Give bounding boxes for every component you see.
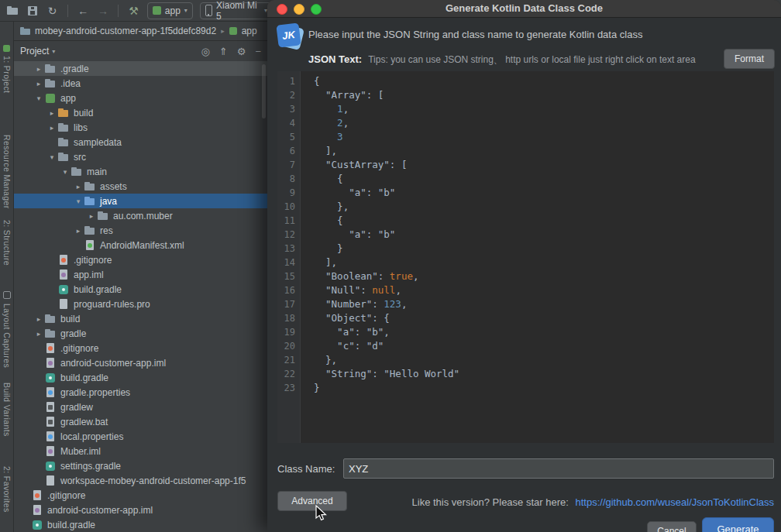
tree-item[interactable]: .gitignore — [14, 488, 267, 503]
open-folder-icon[interactable] — [6, 4, 19, 18]
format-button[interactable]: Format — [724, 49, 775, 69]
tree-item[interactable]: ▸build — [14, 105, 267, 120]
line-number: 14 — [277, 256, 300, 269]
advanced-button[interactable]: Advanced — [277, 491, 347, 511]
tree-item[interactable]: settings.gradle — [14, 458, 267, 473]
forward-icon[interactable]: → — [97, 4, 110, 18]
tree-item-label: .gitignore — [60, 343, 98, 354]
run-config-selector[interactable]: app ▾ — [147, 2, 193, 19]
device-selector[interactable]: Xiaomi Mi 5 ▾ — [200, 2, 273, 19]
navigation-bar: mobey-android-customer-app-1f5ddefc89d2 … — [14, 22, 267, 41]
toolbar-separator — [118, 5, 119, 17]
tree-item-label: gradle.properties — [60, 387, 130, 398]
tool-button-layout-captures[interactable]: Layout Captures — [2, 304, 12, 368]
tool-button-resource-manager[interactable]: Resource Manager — [2, 135, 12, 209]
save-all-icon[interactable] — [26, 4, 40, 18]
chevron-right-icon[interactable]: ▸ — [73, 183, 84, 190]
cancel-button[interactable]: Cancel — [647, 521, 697, 532]
tree-item[interactable]: build.gradle — [14, 282, 267, 297]
tree-item[interactable]: ▸res — [14, 223, 267, 238]
tree-item[interactable]: gradlew.bat — [14, 414, 267, 429]
hide-panel-icon[interactable]: − — [255, 46, 261, 57]
tree-item[interactable]: ▾java — [14, 194, 267, 208]
chevron-right-icon[interactable]: ▸ — [86, 212, 97, 220]
layout-captures-icon[interactable] — [3, 291, 11, 299]
tree-item[interactable]: gradle.properties — [14, 385, 267, 400]
tree-item[interactable]: ▾main — [14, 164, 267, 179]
tree-item-label: gradlew — [60, 402, 93, 413]
tree-item[interactable]: app.iml — [14, 267, 267, 282]
panel-title[interactable]: Project — [20, 46, 49, 57]
star-link[interactable]: https://github.com/wuseal/JsonToKotlinCl… — [575, 496, 774, 508]
tree-item[interactable]: ▸libs — [14, 120, 267, 135]
chevron-right-icon[interactable]: ▸ — [33, 80, 44, 88]
tool-button-project[interactable]: 1: Project — [2, 56, 12, 93]
tree-item[interactable]: android-customer-app.iml — [14, 503, 267, 517]
tree-item[interactable]: build.gradle — [14, 370, 267, 385]
tree-item[interactable]: proguard-rules.pro — [14, 297, 267, 311]
tree-scrollbar[interactable] — [262, 64, 266, 118]
tree-item[interactable]: build.gradle — [14, 517, 267, 532]
tree-item[interactable]: ▾src — [14, 149, 267, 164]
sync-icon[interactable]: ↻ — [46, 4, 59, 18]
tree-item[interactable]: ▸.idea — [14, 76, 267, 91]
gear-icon[interactable]: ⚙ — [237, 46, 246, 57]
build-project-icon[interactable]: ⚒ — [127, 4, 140, 18]
zoom-button[interactable] — [311, 4, 322, 15]
tree-item[interactable]: Muber.iml — [14, 444, 267, 458]
tree-item[interactable]: AndroidManifest.xml — [14, 238, 267, 252]
code-line: 1, — [314, 102, 774, 116]
tree-item[interactable]: local.properties — [14, 429, 267, 444]
chevron-down-icon[interactable]: ▾ — [52, 48, 55, 55]
tree-item-label: libs — [74, 122, 88, 133]
chevron-right-icon[interactable]: ▸ — [33, 330, 44, 338]
tool-button-structure[interactable]: 2: Structure — [2, 220, 12, 266]
chevron-down-icon[interactable]: ▾ — [60, 168, 71, 176]
collapse-all-icon[interactable]: ⇑ — [219, 46, 228, 57]
tree-item[interactable]: gradlew — [14, 400, 267, 414]
chevron-right-icon[interactable]: ▸ — [33, 65, 44, 73]
breadcrumb-project[interactable]: mobey-android-customer-app-1f5ddefc89d2 — [35, 26, 216, 36]
code-line: "Boolean": true, — [314, 269, 774, 283]
file-properties-icon — [44, 387, 57, 398]
tree-item[interactable]: ▸au.com.muber — [14, 208, 267, 223]
tree-item[interactable]: sampledata — [14, 135, 267, 149]
breadcrumb-module[interactable]: app — [242, 26, 257, 36]
code-line: "Null": null, — [314, 283, 774, 297]
close-button[interactable] — [277, 4, 287, 15]
tree-item[interactable]: android-customer-app.iml — [14, 355, 267, 370]
chevron-right-icon[interactable]: ▸ — [46, 109, 57, 117]
json-code-area[interactable]: { "Array": [ 1, 2, 3 ], "CustArray": [ {… — [301, 71, 774, 443]
tree-item[interactable]: ▸gradle — [14, 326, 267, 341]
project-tool-icon[interactable] — [3, 45, 10, 52]
tree-item[interactable]: ▸build — [14, 311, 267, 326]
class-name-input[interactable] — [343, 458, 774, 479]
tree-item[interactable]: ▸assets — [14, 179, 267, 194]
tree-item[interactable]: workspace-mobey-android-customer-app-1f5 — [14, 473, 267, 488]
line-number: 21 — [277, 353, 300, 367]
chevron-down-icon[interactable]: ▾ — [73, 197, 84, 205]
code-line: "c": "d" — [314, 339, 774, 353]
tree-item[interactable]: ▾app — [14, 91, 267, 105]
tree-item-label: build.gradle — [60, 372, 108, 383]
back-icon[interactable]: ← — [77, 4, 90, 18]
minimize-button[interactable] — [294, 4, 304, 15]
project-tree: ▸.gradle▸.idea▾app▸build▸libssampledata▾… — [14, 61, 267, 532]
tree-item[interactable]: ▸.gradle — [14, 61, 267, 76]
chevron-down-icon[interactable]: ▾ — [33, 94, 44, 102]
chevron-right-icon[interactable]: ▸ — [33, 315, 44, 323]
tool-button-favorites[interactable]: 2: Favorites — [2, 466, 12, 513]
chevron-right-icon[interactable]: ▸ — [46, 124, 57, 132]
code-line: } — [314, 381, 774, 395]
tree-item-label: sampledata — [74, 137, 122, 148]
chevron-down-icon[interactable]: ▾ — [46, 153, 57, 161]
file-gradle-icon — [57, 284, 70, 295]
json-editor[interactable]: 1234567891011121314151617181920212223 { … — [277, 71, 774, 443]
chevron-right-icon[interactable]: ▸ — [73, 227, 84, 235]
locate-file-icon[interactable]: ◎ — [201, 46, 210, 57]
json-text-row: JSON Text: Tips: you can use JSON string… — [308, 53, 696, 67]
generate-button[interactable]: Generate — [702, 517, 774, 532]
tool-button-build-variants[interactable]: Build Variants — [2, 383, 12, 437]
tree-item[interactable]: .gitignore — [14, 341, 267, 355]
tree-item[interactable]: .gitignore — [14, 252, 267, 267]
